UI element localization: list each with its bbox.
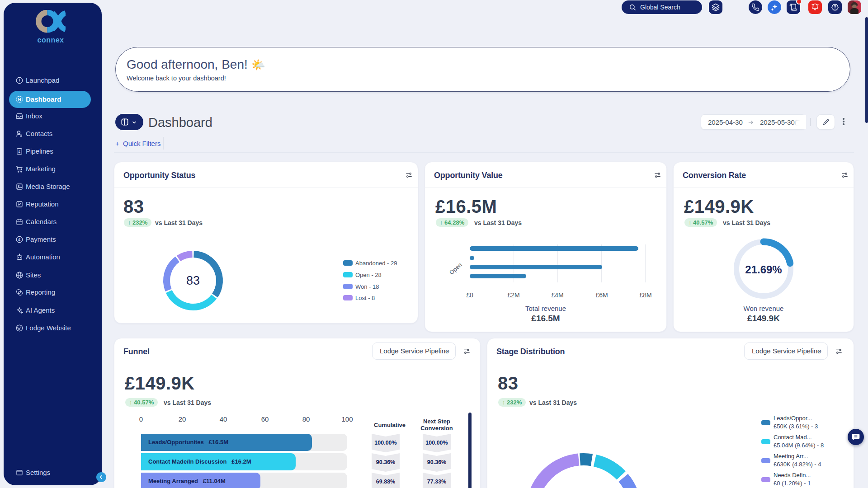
svg-text:connex: connex: [37, 36, 64, 44]
svg-text:£: £: [18, 237, 20, 242]
svg-text:£: £: [19, 150, 21, 154]
